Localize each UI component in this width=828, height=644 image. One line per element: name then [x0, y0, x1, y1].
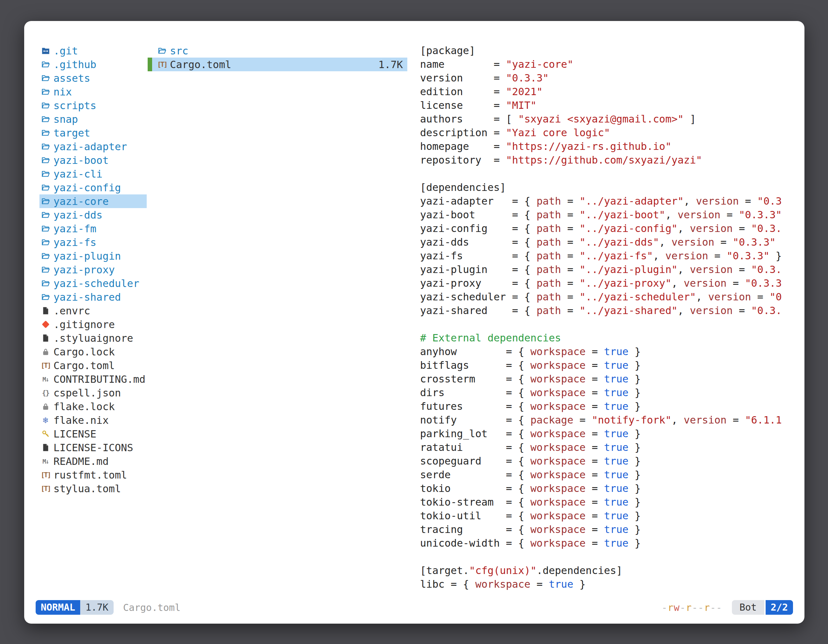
toml-icon: [T] — [156, 60, 168, 68]
parent-entry-snap[interactable]: snap — [39, 112, 147, 126]
parent-entry-yazi-cli[interactable]: yazi-cli — [39, 167, 147, 181]
parent-entry-yazi-plugin[interactable]: yazi-plugin — [39, 249, 147, 263]
preview-line: yazi-dds = { path = "../yazi-dds", versi… — [420, 235, 804, 249]
git-diamond-icon — [39, 322, 52, 327]
entry-name: scripts — [53, 100, 96, 112]
preview-line: # External dependencies — [420, 331, 804, 345]
parent-entry-yazi-boot[interactable]: yazi-boot — [39, 154, 147, 167]
entry-name: yazi-fs — [53, 237, 96, 249]
parent-entry-.envrc[interactable]: .envrc — [39, 304, 147, 318]
folder-open-icon — [39, 60, 52, 69]
entry-name: .github — [53, 58, 96, 71]
preview-line: tokio = { workspace = true } — [420, 482, 804, 495]
entry-name: snap — [53, 113, 78, 125]
folder-open-icon — [39, 183, 52, 192]
parent-entry-yazi-scheduler[interactable]: yazi-scheduler — [39, 276, 147, 290]
preview-line: serde = { workspace = true } — [420, 468, 804, 482]
json-braces-icon: {} — [39, 389, 52, 397]
parent-entry-README.md[interactable]: M↓README.md — [39, 454, 147, 468]
preview-line: repository = "https://github.com/sxyazi/… — [420, 154, 804, 167]
entry-name: assets — [53, 72, 90, 84]
preview-line: yazi-scheduler = { path = "../yazi-sched… — [420, 290, 804, 304]
folder-open-icon — [39, 293, 52, 301]
parent-entry-Cargo.toml[interactable]: [T]Cargo.toml — [39, 359, 147, 372]
entry-name: yazi-core — [53, 195, 108, 207]
entry-name: .gitignore — [53, 318, 115, 331]
preview-line: tokio-stream = { workspace = true } — [420, 495, 804, 509]
preview-line: yazi-proxy = { path = "../yazi-proxy", v… — [420, 276, 804, 290]
preview-line — [420, 550, 804, 564]
parent-entry-cspell.json[interactable]: {}cspell.json — [39, 386, 147, 400]
file-preview-pane[interactable]: [package]name = "yazi-core"version = "0.… — [420, 44, 804, 597]
parent-entry-stylua.toml[interactable]: [T]stylua.toml — [39, 482, 147, 495]
preview-line: authors = [ "sxyazi <sxyazi@gmail.com>" … — [420, 112, 804, 126]
preview-line: crossterm = { workspace = true } — [420, 372, 804, 386]
preview-line — [420, 318, 804, 331]
cursor-position-chip: 2/2 — [765, 600, 793, 615]
preview-line: description = "Yazi core logic" — [420, 126, 804, 140]
preview-line: bitflags = { workspace = true } — [420, 359, 804, 372]
file-permissions: -rw-r--r-- — [662, 602, 722, 613]
preview-line: libc = { workspace = true } — [420, 578, 804, 591]
entry-name: .git — [53, 45, 78, 57]
preview-line: tracing = { workspace = true } — [420, 523, 804, 536]
preview-line: edition = "2021" — [420, 85, 804, 99]
parent-entry-LICENSE-ICONS[interactable]: LICENSE-ICONS — [39, 441, 147, 454]
preview-line: scopeguard = { workspace = true } — [420, 454, 804, 468]
preview-line: yazi-fs = { path = "../yazi-fs", version… — [420, 249, 804, 263]
preview-line: [dependencies] — [420, 181, 804, 194]
entry-name: LICENSE — [53, 428, 96, 440]
entry-name: target — [53, 127, 90, 139]
parent-entry-scripts[interactable]: scripts — [39, 99, 147, 112]
parent-entry-.styluaignore[interactable]: .styluaignore — [39, 331, 147, 345]
parent-entry-rustfmt.toml[interactable]: [T]rustfmt.toml — [39, 468, 147, 482]
parent-entry-yazi-fs[interactable]: yazi-fs — [39, 235, 147, 249]
entry-name: Cargo.toml — [170, 58, 231, 71]
parent-entry-assets[interactable]: assets — [39, 71, 147, 85]
entry-name: Cargo.lock — [53, 346, 115, 358]
folder-open-icon — [39, 156, 52, 165]
file-icon — [39, 306, 52, 315]
parent-entry-yazi-dds[interactable]: yazi-dds — [39, 208, 147, 222]
parent-entry-yazi-core[interactable]: yazi-core — [39, 194, 147, 208]
parent-entry-.git[interactable]: .git — [39, 44, 147, 58]
current-entry-Cargo.toml[interactable]: [T]Cargo.toml1.7K — [147, 58, 407, 71]
entry-name: .styluaignore — [53, 332, 133, 344]
preview-line: yazi-boot = { path = "../yazi-boot", ver… — [420, 208, 804, 222]
folder-open-icon — [39, 101, 52, 110]
parent-entry-yazi-fm[interactable]: yazi-fm — [39, 222, 147, 235]
file-icon — [39, 443, 52, 452]
scroll-position-chip: Bot — [732, 600, 764, 615]
preview-line: futures = { workspace = true } — [420, 400, 804, 413]
file-size-chip: 1.7K — [80, 600, 113, 615]
folder-open-icon — [39, 265, 52, 274]
markdown-icon: M↓ — [39, 458, 52, 465]
folder-open-icon — [39, 142, 52, 151]
entry-name: yazi-boot — [53, 154, 108, 166]
entry-name: LICENSE-ICONS — [53, 442, 133, 454]
folder-open-icon — [39, 74, 52, 82]
preview-line: tokio-util = { workspace = true } — [420, 509, 804, 523]
preview-line: unicode-width = { workspace = true } — [420, 536, 804, 550]
parent-entry-LICENSE[interactable]: LICENSE — [39, 427, 147, 441]
parent-entry-.gitignore[interactable]: .gitignore — [39, 318, 147, 331]
parent-entry-.github[interactable]: .github — [39, 58, 147, 71]
parent-entry-yazi-adapter[interactable]: yazi-adapter — [39, 140, 147, 154]
parent-entry-yazi-proxy[interactable]: yazi-proxy — [39, 263, 147, 276]
parent-entry-nix[interactable]: nix — [39, 85, 147, 99]
parent-entry-CONTRIBUTING.md[interactable]: M↓CONTRIBUTING.md — [39, 372, 147, 386]
parent-entry-flake.nix[interactable]: ❄flake.nix — [39, 413, 147, 427]
folder-open-icon — [39, 279, 52, 288]
lock-icon — [39, 402, 52, 411]
toml-icon: [T] — [39, 362, 52, 370]
parent-entry-target[interactable]: target — [39, 126, 147, 140]
entry-name: flake.lock — [53, 401, 115, 413]
preview-line: anyhow = { workspace = true } — [420, 345, 804, 359]
current-entry-src[interactable]: src — [147, 44, 407, 58]
parent-entry-flake.lock[interactable]: flake.lock — [39, 400, 147, 413]
preview-line: notify = { package = "notify-fork", vers… — [420, 413, 804, 427]
parent-entry-yazi-shared[interactable]: yazi-shared — [39, 290, 147, 304]
parent-entry-yazi-config[interactable]: yazi-config — [39, 181, 147, 194]
parent-entry-Cargo.lock[interactable]: Cargo.lock — [39, 345, 147, 359]
lock-icon — [39, 348, 52, 356]
